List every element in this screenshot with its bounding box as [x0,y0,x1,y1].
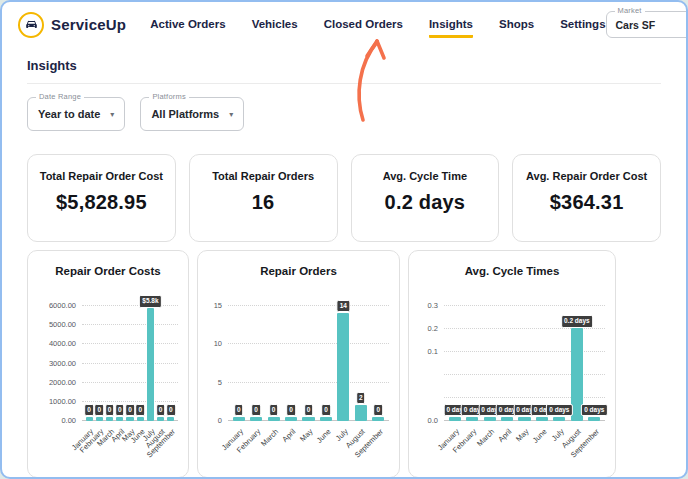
kpi-cards-row: Total Repair Order Cost $5,828.95 Total … [27,154,661,242]
kpi-total-repair-order-cost: Total Repair Order Cost $5,828.95 [27,154,176,242]
bar-value-badge: 0 [156,404,166,417]
kpi-value: $364.31 [513,191,660,214]
bar-september[interactable] [588,417,600,422]
bar-april[interactable] [285,417,297,422]
market-select[interactable]: Market Cars SF ▾ [606,11,688,38]
bar-may[interactable] [126,417,133,422]
y-axis-tick-label: 1000.00 [36,396,76,405]
brand-logo[interactable]: ServiceUp [18,12,126,38]
y-axis-tick-label: 5000.00 [36,320,76,329]
brand-name: ServiceUp [51,16,126,33]
bar-value-badge: 0 days [581,404,607,417]
kpi-label: Avg. Cycle Time [352,170,499,182]
kpi-label: Total Repair Orders [190,170,337,182]
chart-repair-order-costs: Repair Order Costs 6000.005000.004000.00… [27,250,189,478]
platforms-value: All Platforms [151,108,219,120]
y-axis-tick-label: 0.1 [417,347,438,356]
filters-row: Date Range Year to date ▾ Platforms All … [27,97,661,131]
bar-value-badge: 2 [356,392,366,405]
bar-january[interactable] [449,417,461,422]
bar-value-badge: 0 [286,404,296,417]
gridline [228,343,389,344]
bar-value-badge: 0 [95,404,105,417]
kpi-avg-repair-order-cost: Avg. Repair Order Cost $364.31 [512,154,661,242]
y-axis-tick-label: 10 [206,339,222,348]
market-select-label: Market [615,6,645,15]
date-range-filter[interactable]: Date Range Year to date ▾ [27,97,125,131]
date-range-label: Date Range [36,92,84,101]
nav-settings[interactable]: Settings [560,12,605,38]
gridline [82,382,178,383]
kpi-total-repair-orders: Total Repair Orders 16 [189,154,338,242]
bar-february[interactable] [96,417,103,422]
bar-value-badge: $5.8k [139,295,161,308]
bar-june[interactable] [137,417,144,422]
chart-repair-orders: Repair Orders 1510500January0February0Ma… [197,250,400,478]
bar-value-badge: 0 [166,404,176,417]
chevron-down-icon: ▾ [219,110,233,119]
bar-april[interactable] [116,417,123,422]
bar-value-badge: 0 [105,404,115,417]
page-title: Insights [27,58,661,73]
bar-value-badge: 0 [125,404,135,417]
bar-july[interactable] [337,313,349,421]
nav-vehicles[interactable]: Vehicles [252,12,298,38]
bar-value-badge: 0 [115,404,125,417]
bar-value-badge: 0 [84,404,94,417]
gridline [228,382,389,383]
car-logo-icon [18,12,44,38]
bar-january[interactable] [86,417,93,422]
chart-avg-cycle-times: Avg. Cycle Times 0.30.20.10.00 dayJanuar… [408,250,616,478]
y-axis-tick-label: 0.3 [417,301,438,310]
app-window: ServiceUp Active Orders Vehicles Closed … [0,0,688,479]
bar-july[interactable] [553,417,565,422]
kpi-value: 0.2 days [352,191,499,214]
bar-june[interactable] [320,417,332,422]
nav-active-orders[interactable]: Active Orders [150,12,225,38]
bar-march[interactable] [106,417,113,422]
charts-row: Repair Order Costs 6000.005000.004000.00… [27,250,661,478]
kpi-value: 16 [190,191,337,214]
x-axis-tick-label: June [530,427,548,445]
kpi-label: Total Repair Order Cost [28,170,175,182]
bar-value-badge: 0 days [546,404,572,417]
bar-september[interactable] [372,417,384,422]
main-nav: Active Orders Vehicles Closed Orders Ins… [150,12,605,38]
bar-value-badge: 0 [304,404,314,417]
bar-january[interactable] [233,417,245,422]
nav-shops[interactable]: Shops [499,12,534,38]
y-axis-tick-label: 0.00 [36,416,76,425]
bar-june[interactable] [536,417,548,422]
y-axis-tick-label: 0 [206,416,222,425]
date-range-value: Year to date [38,108,100,120]
bar-value-badge: 0 [321,404,331,417]
nav-closed-orders[interactable]: Closed Orders [324,12,403,38]
bar-august[interactable] [157,417,164,422]
x-axis-tick-label: March [475,427,496,448]
x-axis-tick-label: May [514,427,530,443]
bar-may[interactable] [302,417,314,422]
bar-april[interactable] [501,417,513,422]
gridline [82,363,178,364]
bar-july[interactable] [147,308,154,421]
bar-value-badge: 0 [373,404,383,417]
bar-march[interactable] [484,417,496,422]
bar-september[interactable] [167,417,174,422]
bar-may[interactable] [518,417,530,422]
bar-march[interactable] [268,417,280,422]
kpi-avg-cycle-time: Avg. Cycle Time 0.2 days [351,154,500,242]
bar-value-badge: 0 [269,404,279,417]
bar-august[interactable] [355,405,367,421]
market-select-value: Cars SF [616,19,656,31]
y-axis-tick-label: 4000.00 [36,339,76,348]
kpi-label: Avg. Repair Order Cost [513,170,660,182]
y-axis-tick-label: 5 [206,377,222,386]
bar-february[interactable] [250,417,262,422]
chart-title: Repair Order Costs [28,265,188,277]
bar-february[interactable] [466,417,478,422]
gridline [228,305,389,306]
nav-insights[interactable]: Insights [429,12,473,38]
bar-value-badge: 0 [234,404,244,417]
platforms-filter[interactable]: Platforms All Platforms ▾ [140,97,244,131]
chevron-down-icon: ▾ [100,110,114,119]
